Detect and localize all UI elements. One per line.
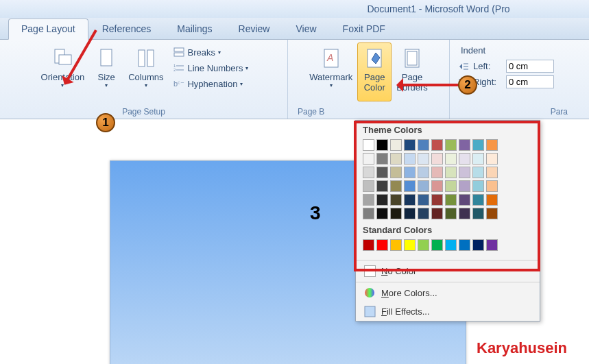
page-borders-button[interactable]: Page Borders: [392, 43, 433, 101]
color-swatch[interactable]: [472, 194, 484, 206]
color-swatch[interactable]: [404, 208, 416, 219]
line-numbers-icon: 12: [173, 62, 184, 73]
color-swatch[interactable]: [418, 208, 429, 219]
watermark-button[interactable]: A Watermark ▾: [304, 43, 357, 101]
color-swatch[interactable]: [472, 167, 484, 178]
color-swatch[interactable]: [363, 153, 374, 165]
color-swatch[interactable]: [431, 139, 443, 151]
color-swatch[interactable]: [418, 167, 429, 178]
color-swatch[interactable]: [459, 180, 470, 192]
color-swatch[interactable]: [390, 167, 402, 178]
color-swatch[interactable]: [404, 139, 416, 151]
color-swatch[interactable]: [418, 139, 429, 151]
color-swatch[interactable]: [431, 239, 443, 251]
color-swatch[interactable]: [445, 208, 457, 219]
breaks-icon: [173, 47, 184, 58]
color-swatch[interactable]: [459, 139, 470, 151]
color-swatch[interactable]: [418, 153, 429, 165]
color-swatch[interactable]: [431, 180, 443, 192]
page-setup-group-label: Page Setup: [122, 106, 165, 117]
no-color-label: o Color: [387, 266, 416, 276]
page-color-button[interactable]: Page Color: [357, 43, 392, 101]
svg-point-23: [365, 288, 374, 298]
indent-right-input[interactable]: [506, 75, 554, 88]
color-swatch[interactable]: [445, 180, 457, 192]
hyphenation-button[interactable]: bᶜ⁻ Hyphenation ▾: [171, 77, 251, 90]
orientation-button[interactable]: Orientation ▾: [36, 43, 90, 101]
color-swatch[interactable]: [363, 239, 374, 251]
color-swatch[interactable]: [486, 153, 498, 165]
color-swatch[interactable]: [431, 194, 443, 206]
color-swatch[interactable]: [376, 153, 388, 165]
columns-button[interactable]: Columns ▾: [123, 43, 168, 101]
fill-effects-item[interactable]: Fill Effects...: [356, 302, 540, 321]
tab-review[interactable]: Review: [226, 19, 283, 39]
color-swatch[interactable]: [445, 239, 457, 251]
color-swatch[interactable]: [376, 167, 388, 178]
color-swatch[interactable]: [459, 194, 470, 206]
paragraph-group-label: Para: [551, 106, 570, 117]
color-swatch[interactable]: [376, 180, 388, 192]
color-swatch[interactable]: [390, 180, 402, 192]
color-swatch[interactable]: [472, 239, 484, 251]
color-swatch[interactable]: [472, 208, 484, 219]
color-swatch[interactable]: [486, 208, 498, 219]
color-swatch[interactable]: [376, 208, 388, 219]
color-swatch[interactable]: [404, 153, 416, 165]
color-swatch[interactable]: [418, 194, 429, 206]
color-swatch[interactable]: [404, 239, 416, 251]
color-swatch[interactable]: [486, 239, 498, 251]
indent-title: Indent: [458, 44, 566, 58]
color-swatch[interactable]: [486, 194, 498, 206]
indent-right-label: Right:: [473, 77, 502, 87]
color-swatch[interactable]: [459, 167, 470, 178]
color-swatch[interactable]: [363, 167, 374, 178]
color-swatch[interactable]: [376, 239, 388, 251]
tab-references[interactable]: References: [90, 19, 164, 39]
color-swatch[interactable]: [472, 139, 484, 151]
color-swatch[interactable]: [445, 194, 457, 206]
color-swatch[interactable]: [390, 239, 402, 251]
color-swatch[interactable]: [431, 153, 443, 165]
color-swatch[interactable]: [404, 194, 416, 206]
color-swatch[interactable]: [376, 139, 388, 151]
tab-foxit-pdf[interactable]: Foxit PDF: [330, 19, 398, 39]
color-swatch[interactable]: [363, 139, 374, 151]
color-swatch[interactable]: [404, 167, 416, 178]
no-color-icon: [364, 265, 376, 277]
more-colors-item[interactable]: More Colors...: [356, 284, 540, 302]
color-swatch[interactable]: [390, 194, 402, 206]
color-swatch[interactable]: [363, 208, 374, 219]
color-swatch[interactable]: [459, 239, 470, 251]
color-swatch[interactable]: [431, 208, 443, 219]
color-swatch[interactable]: [486, 167, 498, 178]
theme-shades-row: [363, 194, 534, 206]
color-swatch[interactable]: [418, 180, 429, 192]
color-swatch[interactable]: [472, 153, 484, 165]
color-swatch[interactable]: [376, 194, 388, 206]
tab-mailings[interactable]: Mailings: [165, 19, 224, 39]
color-swatch[interactable]: [445, 167, 457, 178]
no-color-item[interactable]: No Color: [356, 262, 540, 280]
color-swatch[interactable]: [445, 153, 457, 165]
tab-view[interactable]: View: [283, 19, 328, 39]
color-swatch[interactable]: [459, 208, 470, 219]
color-swatch[interactable]: [459, 153, 470, 165]
color-swatch[interactable]: [472, 180, 484, 192]
color-swatch[interactable]: [390, 208, 402, 219]
color-swatch[interactable]: [486, 180, 498, 192]
color-swatch[interactable]: [431, 167, 443, 178]
color-swatch[interactable]: [418, 239, 429, 251]
size-button[interactable]: Size ▾: [89, 43, 123, 101]
color-swatch[interactable]: [390, 153, 402, 165]
indent-left-input[interactable]: [506, 60, 554, 73]
breaks-button[interactable]: Breaks ▾: [171, 45, 251, 59]
color-swatch[interactable]: [363, 180, 374, 192]
tab-page-layout[interactable]: Page Layout: [8, 19, 88, 40]
color-swatch[interactable]: [486, 139, 498, 151]
color-swatch[interactable]: [404, 180, 416, 192]
color-swatch[interactable]: [390, 139, 402, 151]
color-swatch[interactable]: [363, 194, 374, 206]
line-numbers-button[interactable]: 12 Line Numbers ▾: [171, 61, 251, 75]
color-swatch[interactable]: [445, 139, 457, 151]
